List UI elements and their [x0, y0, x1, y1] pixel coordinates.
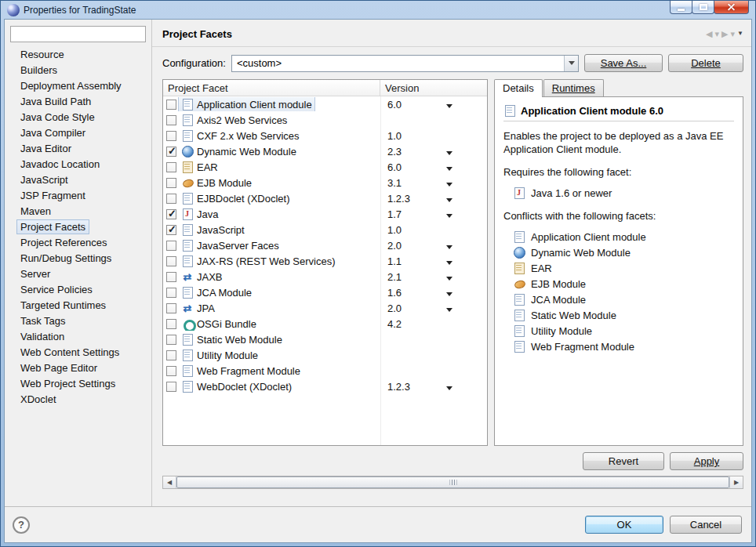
- facet-checkbox[interactable]: [166, 382, 176, 392]
- sidebar-item[interactable]: Java Compiler: [10, 125, 146, 141]
- sidebar-item[interactable]: Validation: [10, 329, 146, 345]
- facet-row[interactable]: JAX-RS (REST Web Services) 1.1: [163, 253, 487, 269]
- facet-row[interactable]: Axis2 Web Services: [163, 112, 487, 128]
- save-as-button[interactable]: Save As...: [584, 54, 663, 72]
- version-dropdown-icon[interactable]: [446, 245, 453, 249]
- filter-input[interactable]: [10, 26, 146, 42]
- facet-row[interactable]: EJBDoclet (XDoclet) 1.2.3: [163, 190, 487, 206]
- facet-checkbox[interactable]: [166, 350, 176, 360]
- sidebar-item[interactable]: JSP Fragment: [10, 188, 146, 204]
- facet-row[interactable]: EJB Module 3.1: [163, 175, 487, 190]
- sidebar-item[interactable]: Java Editor: [10, 141, 146, 157]
- facet-checkbox[interactable]: [166, 100, 176, 110]
- sidebar-item[interactable]: Web Content Settings: [10, 345, 146, 360]
- sidebar-item[interactable]: Web Project Settings: [10, 376, 146, 392]
- sidebar-item[interactable]: Targeted Runtimes: [10, 298, 146, 313]
- facet-checkbox[interactable]: [166, 335, 176, 345]
- version-dropdown-icon[interactable]: [446, 167, 453, 171]
- sidebar-item[interactable]: Task Tags: [10, 313, 146, 329]
- sidebar-item[interactable]: Maven: [10, 204, 146, 219]
- version-dropdown-icon[interactable]: [446, 292, 453, 296]
- facet-row[interactable]: Static Web Module: [163, 331, 487, 347]
- facet-checkbox[interactable]: [166, 241, 176, 251]
- ok-button[interactable]: OK: [585, 516, 663, 534]
- sidebar-item[interactable]: Web Page Editor: [10, 360, 146, 376]
- facet-row[interactable]: OSGi Bundle 4.2: [163, 316, 487, 331]
- combo-dropdown-button[interactable]: [564, 56, 578, 71]
- facet-checkbox[interactable]: [166, 131, 176, 141]
- facet-row[interactable]: Dynamic Web Module 2.3: [163, 143, 487, 159]
- apply-button[interactable]: Apply: [670, 452, 743, 470]
- version-dropdown-icon[interactable]: [446, 104, 453, 108]
- maximize-button[interactable]: [692, 1, 714, 14]
- titlebar[interactable]: Properties for TradingState: [1, 1, 755, 19]
- version-dropdown-icon[interactable]: [446, 151, 453, 155]
- sidebar-item[interactable]: JavaScript: [10, 172, 146, 188]
- facet-row[interactable]: JAXB 2.1: [163, 269, 487, 284]
- sidebar-item[interactable]: Java Code Style: [10, 110, 146, 125]
- facet-checkbox[interactable]: [166, 115, 176, 125]
- sidebar-item[interactable]: Javadoc Location: [10, 157, 146, 172]
- sidebar-item[interactable]: Project Facets: [10, 219, 146, 235]
- facet-checkbox[interactable]: [166, 272, 176, 282]
- minimize-button[interactable]: [670, 1, 692, 14]
- facet-row[interactable]: Application Client module 6.0: [163, 96, 487, 112]
- facet-row[interactable]: JPA 2.0: [163, 300, 487, 316]
- facet-checkbox[interactable]: [166, 194, 176, 204]
- help-icon: ?: [18, 519, 24, 531]
- facet-checkbox[interactable]: [166, 178, 176, 188]
- facet-row[interactable]: EAR 6.0: [163, 159, 487, 175]
- view-menu-icon[interactable]: [737, 31, 743, 37]
- sidebar-item[interactable]: XDoclet: [10, 392, 146, 408]
- scrollbar-thumb[interactable]: [176, 476, 729, 488]
- facet-row[interactable]: JavaScript 1.0: [163, 222, 487, 237]
- scroll-right-icon[interactable]: [729, 476, 743, 488]
- sidebar-item[interactable]: Resource: [10, 47, 146, 63]
- sidebar-item[interactable]: Server: [10, 266, 146, 282]
- version-dropdown-icon[interactable]: [446, 198, 453, 202]
- facet-checkbox[interactable]: [166, 319, 176, 329]
- facet-row[interactable]: Web Fragment Module: [163, 363, 487, 379]
- back-menu-icon[interactable]: [715, 30, 720, 38]
- close-button[interactable]: [714, 1, 749, 14]
- facet-checkbox[interactable]: [166, 209, 176, 219]
- sidebar-item[interactable]: Deployment Assembly: [10, 78, 146, 94]
- version-dropdown-icon[interactable]: [446, 308, 453, 312]
- facet-row[interactable]: CXF 2.x Web Services 1.0: [163, 128, 487, 143]
- version-dropdown-icon[interactable]: [446, 183, 453, 187]
- help-button[interactable]: ?: [13, 516, 30, 534]
- delete-button[interactable]: Delete: [668, 54, 743, 72]
- facet-checkbox[interactable]: [166, 162, 176, 172]
- sidebar-item[interactable]: Run/Debug Settings: [10, 251, 146, 266]
- back-icon[interactable]: [706, 30, 712, 38]
- forward-icon[interactable]: [721, 30, 728, 38]
- facet-checkbox[interactable]: [166, 256, 176, 266]
- facet-label: Web Fragment Module: [197, 365, 300, 377]
- facet-checkbox[interactable]: [166, 225, 176, 235]
- version-dropdown-icon[interactable]: [446, 214, 453, 218]
- forward-menu-icon[interactable]: [731, 30, 736, 38]
- facet-row[interactable]: JCA Module 1.6: [163, 284, 487, 300]
- facet-checkbox[interactable]: [166, 303, 176, 313]
- facet-row[interactable]: Java 1.7: [163, 206, 487, 222]
- version-dropdown-icon[interactable]: [446, 277, 453, 281]
- facet-row[interactable]: Utility Module: [163, 347, 487, 363]
- facet-checkbox[interactable]: [166, 288, 176, 298]
- version-dropdown-icon[interactable]: [446, 261, 453, 265]
- facet-row[interactable]: WebDoclet (XDoclet) 1.2.3: [163, 379, 487, 394]
- tab-runtimes[interactable]: Runtimes: [543, 79, 604, 96]
- facet-checkbox[interactable]: [166, 366, 176, 376]
- sidebar-item[interactable]: Project References: [10, 235, 146, 251]
- horizontal-scrollbar[interactable]: [162, 476, 743, 489]
- sidebar-item[interactable]: Java Build Path: [10, 94, 146, 110]
- revert-button[interactable]: Revert: [583, 452, 664, 470]
- facet-checkbox[interactable]: [166, 147, 176, 157]
- facet-row[interactable]: JavaServer Faces 2.0: [163, 237, 487, 253]
- version-dropdown-icon[interactable]: [446, 386, 453, 390]
- cancel-button[interactable]: Cancel: [670, 516, 742, 534]
- configuration-select[interactable]: <custom>: [231, 55, 579, 72]
- sidebar-item[interactable]: Builders: [10, 63, 146, 78]
- sidebar-item[interactable]: Service Policies: [10, 282, 146, 298]
- scroll-left-icon[interactable]: [163, 476, 176, 488]
- tab-details[interactable]: Details: [494, 79, 543, 97]
